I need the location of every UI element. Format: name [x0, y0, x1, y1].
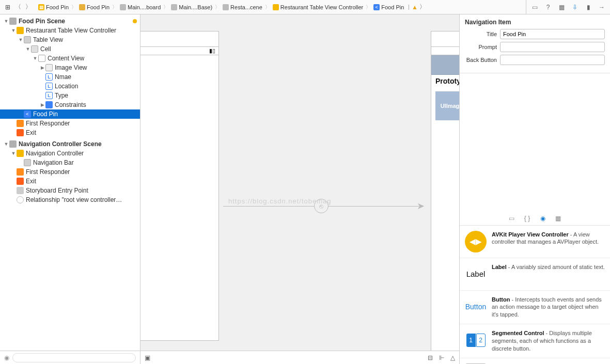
object-library-icon[interactable]: ◉ [539, 214, 547, 223]
prompt-label: Prompt [465, 44, 500, 50]
label-row[interactable]: LNmae [0, 72, 140, 82]
library-item[interactable]: TextText Field - Displays editable text … [460, 358, 610, 364]
viewcontroller-row[interactable]: ▼Restaurant Table View Controller [0, 26, 140, 35]
arrow-right-icon: ➤ [417, 200, 425, 212]
library-item-text: Button - Intercepts touch events and sen… [492, 296, 605, 319]
navigation-bar[interactable]: Food Pin [431, 55, 459, 75]
back-button[interactable]: 〈 [13, 3, 23, 12]
jump-bar: ⊞ 〈 〉 ▦Food Pin〉 Food Pin〉 Main....board… [0, 0, 610, 14]
library-item[interactable]: ◀▶AVKit Player View Controller - A view … [460, 226, 610, 258]
crumb-folder[interactable]: Food Pin [77, 4, 112, 10]
related-items-icon[interactable]: ⊞ [3, 3, 12, 12]
scene-title-bar[interactable] [431, 31, 459, 47]
library-item-text: AVKit Player View Controller - A view co… [492, 231, 605, 252]
label-row[interactable]: LType [0, 91, 140, 100]
entry-point-row[interactable]: Storyboard Entry Point [0, 186, 140, 195]
align-tool-icon[interactable]: ⊟ [428, 354, 433, 361]
cell-row[interactable]: ▼Cell [0, 44, 140, 54]
segmented-control-icon: 12 [465, 329, 487, 351]
imageview-row[interactable]: ▶Image View [0, 63, 140, 72]
watermark-text: https://blog.csdn.net/tobemag [228, 197, 332, 205]
avkit-icon: ◀▶ [465, 231, 487, 252]
outline-toggle-icon[interactable]: ▣ [145, 354, 150, 361]
crumb-navitem[interactable]: <Food Pin [371, 4, 406, 10]
navigation-item-row[interactable]: <Food Pin [0, 109, 140, 119]
inspector-section-title: Navigation Item [465, 18, 605, 29]
prototype-cells-header: Prototype Cells [431, 75, 459, 87]
label-icon: Label [465, 263, 487, 285]
relationship-row[interactable]: Relationship "root view controller… [0, 195, 140, 204]
object-library[interactable]: ◀▶AVKit Player View Controller - A view … [460, 226, 610, 365]
warning-icon[interactable]: ▲ [412, 4, 418, 11]
resolve-tool-icon[interactable]: △ [450, 354, 455, 361]
breadcrumb: ▦Food Pin〉 Food Pin〉 Main....board〉 Main… [36, 3, 427, 12]
outline-footer: ◉ [0, 351, 140, 364]
storyboard-canvas[interactable]: on Controller ▮▯ n Controller ⎋ ➤ https:… [140, 14, 459, 364]
inspector-tabs: ▭ ? ▦ ⇩ ▮ → [526, 0, 610, 14]
navigation-controller-scene[interactable]: on Controller ▮▯ [140, 31, 219, 341]
tableview-row[interactable]: ▼Table View [0, 35, 140, 44]
inspector-panel: Navigation Item Title Prompt Back Button… [459, 14, 610, 364]
scene-row[interactable]: ▼Food Pin Scene [0, 17, 140, 26]
file-template-library-icon[interactable]: ▭ [508, 214, 516, 223]
first-responder-row[interactable]: First Responder [0, 119, 140, 128]
constraints-row[interactable]: ▶Constraints [0, 100, 140, 109]
attributes-inspector-icon[interactable]: ⇩ [571, 3, 579, 11]
next-issue-button[interactable]: 〉 [418, 3, 427, 12]
crumb-scene[interactable]: Resta...cene [221, 4, 264, 10]
code-snippet-library-icon[interactable]: { } [523, 214, 531, 223]
crumb-storyboard[interactable]: Main....board [118, 4, 163, 10]
scene-title[interactable]: on Controller [140, 31, 218, 47]
navcontroller-row[interactable]: ▼Navigation Controller [0, 149, 140, 158]
library-item[interactable]: LabelLabel - A variably sized amount of … [460, 258, 610, 291]
contentview-row[interactable]: ▼Content View [0, 54, 140, 63]
scene-indicator-icon [133, 19, 137, 23]
document-outline: ▼Food Pin Scene ▼Restaurant Table View C… [0, 14, 140, 364]
cell-imageview[interactable]: UIImag [435, 91, 459, 120]
media-library-icon[interactable]: ▦ [554, 214, 562, 223]
pin-tool-icon[interactable]: ⊩ [439, 354, 444, 361]
crumb-base[interactable]: Main....Base) [169, 4, 214, 10]
library-tabs: ▭ { } ◉ ▦ [460, 212, 610, 226]
navbar-row[interactable]: Navigation Bar [0, 158, 140, 167]
back-button-label: Back Button [465, 57, 500, 63]
prototype-cell[interactable]: UIImag Nmae Location Type [431, 87, 459, 124]
filter-icon[interactable]: ◉ [4, 354, 9, 361]
file-inspector-icon[interactable]: ▭ [530, 3, 539, 11]
library-item-text: Segmented Control - Displays multiple se… [492, 329, 605, 353]
library-item[interactable]: 12Segmented Control - Displays multiple … [460, 324, 610, 358]
size-inspector-icon[interactable]: ▮ [584, 3, 592, 11]
title-label: Title [465, 31, 500, 37]
quick-help-icon[interactable]: ? [544, 3, 552, 11]
scene-row[interactable]: ▼Navigation Controller Scene [0, 139, 140, 149]
exit-row[interactable]: Exit [0, 128, 140, 137]
back-button-input[interactable] [500, 55, 605, 65]
canvas-toolbar: ▣ ⊟ ⊩ △ [140, 351, 459, 364]
connections-inspector-icon[interactable]: → [598, 3, 606, 11]
title-input[interactable] [500, 29, 605, 39]
outline-filter-input[interactable] [12, 353, 136, 362]
crumb-project[interactable]: ▦Food Pin [36, 4, 71, 10]
library-item-text: Label - A variably sized amount of stati… [492, 263, 605, 285]
crumb-viewcontroller[interactable]: Restaurant Table View Controller [271, 4, 365, 10]
forward-button[interactable]: 〉 [24, 3, 33, 12]
library-item[interactable]: ButtonButton - Intercepts touch events a… [460, 291, 610, 325]
prompt-input[interactable] [500, 42, 605, 52]
button-icon: Button [465, 296, 487, 318]
battery-icon: ▮▯ [209, 48, 215, 54]
identity-inspector-icon[interactable]: ▦ [557, 3, 566, 11]
exit-row[interactable]: Exit [0, 177, 140, 186]
table-view-controller-scene[interactable]: ▮▯ Food Pin Prototype Cells UIImag Nmae … [431, 31, 459, 351]
first-responder-row[interactable]: First Responder [0, 167, 140, 177]
label-row[interactable]: LLocation [0, 82, 140, 91]
